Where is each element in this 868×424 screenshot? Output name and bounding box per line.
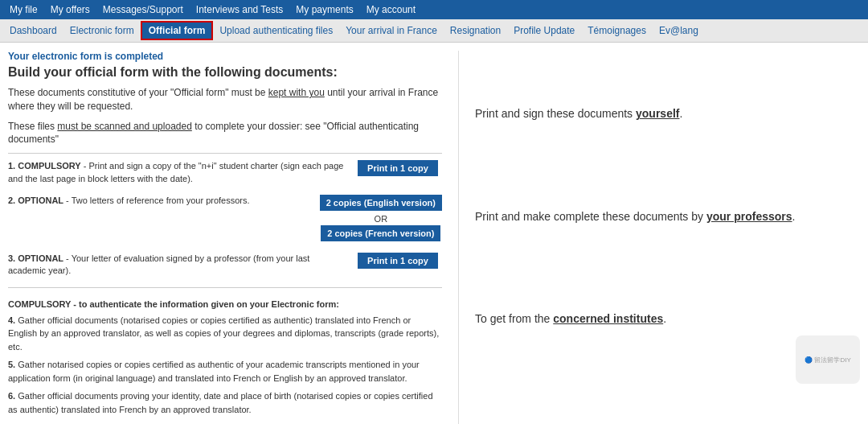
right-text-2: Print and make complete these documents …	[475, 208, 860, 225]
doc-2-label: 2. OPTIONAL	[8, 196, 63, 205]
doc-1-label: 1. COMPULSORY	[8, 161, 81, 171]
subnav-evalang[interactable]: Ev@lang	[653, 23, 705, 39]
right-panel: Print and sign these documents yourself.…	[458, 51, 860, 424]
subnav-profile-update[interactable]: Profile Update	[507, 23, 581, 39]
right-block-3: To get from the concerned institutes. 🔵 …	[475, 311, 860, 384]
subnav-dashboard[interactable]: Dashboard	[3, 23, 63, 39]
top-navigation: My file My offers Messages/Support Inter…	[0, 0, 868, 19]
section-title: Build your official form with the follow…	[8, 65, 442, 80]
nav-my-offers[interactable]: My offers	[44, 2, 96, 18]
print-1-copy-button-1[interactable]: Print in 1 copy	[358, 160, 438, 176]
item-6-number: 6.	[8, 391, 15, 401]
main-content: Your electronic form is completed Build …	[0, 43, 868, 424]
nav-my-account[interactable]: My account	[360, 2, 422, 18]
watermark-image: 🔵 留法留学DIY	[796, 335, 860, 384]
divider-2	[8, 287, 442, 288]
nav-my-payments[interactable]: My payments	[289, 2, 359, 18]
compulsory-title: COMPULSORY - to authenticate the informa…	[8, 299, 442, 309]
right-text-1: Print and sign these documents yourself.	[475, 105, 860, 122]
doc-item-3: 3. OPTIONAL - Your letter of evaluation …	[8, 253, 442, 278]
doc-2-buttons: 2 copies (English version) OR 2 copies (…	[320, 195, 442, 243]
doc-2-text: 2. OPTIONAL - Two letters of reference f…	[8, 195, 312, 207]
yourself-link: yourself	[636, 107, 679, 120]
subnav-electronic-form[interactable]: Electronic form	[63, 23, 141, 39]
nav-messages-support[interactable]: Messages/Support	[96, 2, 190, 18]
subnav-temoignages[interactable]: Témoignages	[581, 23, 653, 39]
numbered-item-4: 4. Gather official documents (notarised …	[8, 314, 442, 354]
item-4-text: Gather official documents (notarised cop…	[8, 315, 439, 352]
2-copies-french-button[interactable]: 2 copies (French version)	[321, 225, 440, 241]
must-be-scanned-emphasis: must be scanned and uploaded	[57, 121, 191, 132]
divider-1	[8, 153, 442, 154]
doc-2-desc: - Two letters of reference from your pro…	[63, 196, 250, 205]
numbered-item-7: 7. Gather reports of official test resul…	[8, 421, 442, 424]
completed-notice: Your electronic form is completed	[8, 51, 442, 62]
concerned-institutes-link: concerned institutes	[553, 312, 663, 325]
subnav-upload-files[interactable]: Upload authenticating files	[213, 23, 339, 39]
watermark-container: 🔵 留法留学DIY	[475, 335, 860, 384]
left-panel: Your electronic form is completed Build …	[8, 51, 458, 424]
right-text-3: To get from the concerned institutes.	[475, 311, 860, 327]
item-6-text: Gather official documents proving your i…	[8, 391, 433, 414]
doc-item-2: 2. OPTIONAL - Two letters of reference f…	[8, 195, 442, 243]
item-4-number: 4.	[8, 315, 15, 325]
nav-my-file[interactable]: My file	[3, 2, 44, 18]
right-block-2: Print and make complete these documents …	[475, 208, 860, 225]
doc-3-text: 3. OPTIONAL - Your letter of evaluation …	[8, 253, 346, 278]
item-5-text: Gather notarised copies or copies certif…	[8, 360, 420, 383]
intro-text-2: These files must be scanned and uploaded…	[8, 120, 442, 147]
watermark-text: 🔵 留法留学DIY	[805, 356, 851, 364]
doc-3-label: 3. OPTIONAL	[8, 253, 63, 263]
subnav-arrival-france[interactable]: Your arrival in France	[339, 23, 444, 39]
or-text: OR	[375, 214, 388, 224]
2-copies-english-button[interactable]: 2 copies (English version)	[320, 195, 442, 211]
doc-1-text: 1. COMPULSORY - Print and sign a copy of…	[8, 160, 346, 185]
item-5-number: 5.	[8, 360, 15, 369]
kept-with-you-emphasis: kept with you	[268, 87, 325, 98]
right-block-1: Print and sign these documents yourself.	[475, 105, 860, 122]
numbered-item-5: 5. Gather notarised copies or copies cer…	[8, 358, 442, 385]
compulsory-section: COMPULSORY - to authenticate the informa…	[8, 299, 442, 424]
subnav-official-form[interactable]: Official form	[141, 21, 214, 40]
nav-interviews-tests[interactable]: Interviews and Tests	[190, 2, 290, 18]
subnav-resignation[interactable]: Resignation	[444, 23, 507, 39]
sub-navigation: Dashboard Electronic form Official form …	[0, 19, 868, 43]
print-1-copy-button-3[interactable]: Print in 1 copy	[358, 253, 438, 269]
doc-item-1: 1. COMPULSORY - Print and sign a copy of…	[8, 160, 442, 185]
numbered-item-6: 6. Gather official documents proving you…	[8, 389, 442, 416]
intro-text-1: These documents constitutive of your "Of…	[8, 86, 442, 113]
doc-3-buttons: Print in 1 copy	[354, 253, 442, 270]
doc-1-buttons: Print in 1 copy	[354, 160, 442, 178]
your-professors-link: your professors	[706, 210, 792, 223]
